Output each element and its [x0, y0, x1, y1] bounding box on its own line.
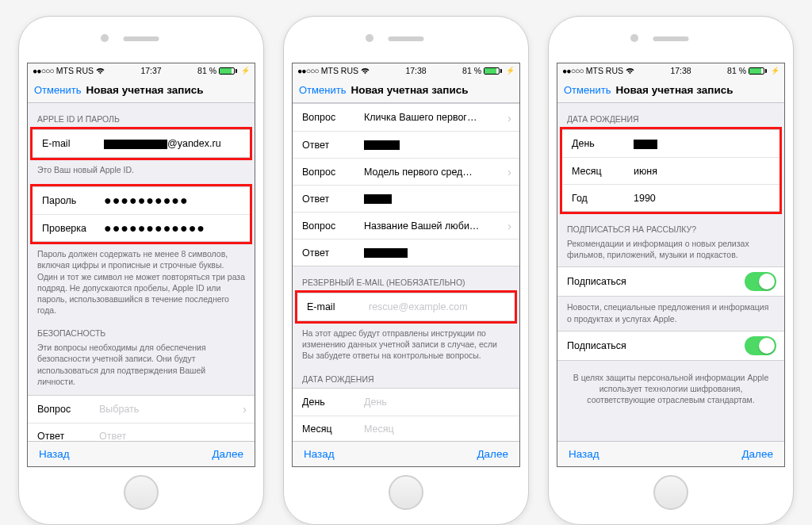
section-header-appleid: APPLE ID И ПАРОЛЬ: [28, 103, 255, 128]
answer1-value: [364, 140, 511, 151]
battery-icon: [219, 67, 237, 75]
page-title: Новая учетная запись: [86, 84, 203, 96]
answer2-row[interactable]: Ответ: [293, 185, 519, 212]
answer3-row[interactable]: Ответ: [293, 239, 519, 266]
next-button[interactable]: Далее: [741, 448, 773, 460]
subscribe-label: Подписаться: [567, 276, 745, 287]
question2-row[interactable]: Вопрос Модель первого сред… ›: [293, 158, 519, 185]
back-button[interactable]: Назад: [39, 448, 70, 460]
backup-email-row[interactable]: E-mail rescue@example.com: [297, 293, 515, 320]
answer-label: Ответ: [302, 194, 364, 205]
year-value: 1990: [634, 193, 772, 204]
battery-icon: [749, 67, 767, 75]
highlight-password: Пароль ●●●●●●●●●● Проверка ●●●●●●●●●●●●: [30, 184, 252, 244]
status-bar: ●●○○○ MTS RUS 17:38 81 % ⚡: [293, 63, 519, 78]
question3-row[interactable]: Вопрос Название Вашей люби… ›: [293, 212, 519, 239]
wifi-icon: [96, 67, 105, 75]
highlight-dob: День Месяц июня Год 1990: [560, 127, 782, 214]
nav-bar: Отменить Новая учетная запись: [557, 78, 784, 103]
backup-email-placeholder: rescue@example.com: [369, 301, 507, 312]
section-header-backup: РЕЗЕРВНЫЙ E-MAIL (НЕОБЯЗАТЕЛЬНО): [293, 266, 519, 291]
subscribe1-row: Подписаться: [557, 267, 784, 296]
clock-label: 17:38: [670, 66, 691, 75]
next-button[interactable]: Далее: [212, 448, 243, 460]
password-label: Пароль: [42, 195, 104, 206]
month-row[interactable]: Месяц Месяц: [293, 416, 519, 441]
chevron-right-icon: ›: [508, 219, 511, 232]
content-scroll[interactable]: Вопрос Кличка Вашего первог… › Ответ Воп…: [293, 103, 519, 441]
cancel-button[interactable]: Отменить: [564, 84, 611, 96]
charging-bolt-icon: ⚡: [241, 67, 250, 75]
footer-privacy: В целях защиты персональной информации A…: [557, 361, 784, 417]
month-label: Месяц: [572, 166, 634, 177]
page-title: Новая учетная запись: [615, 84, 733, 96]
footer-appleid: Это Ваш новый Apple ID.: [28, 159, 255, 177]
day-placeholder: День: [364, 397, 511, 408]
battery-percent-label: 81 %: [462, 66, 481, 75]
answer-row[interactable]: Ответ Ответ: [28, 423, 255, 441]
subscribe1-toggle[interactable]: [745, 272, 776, 291]
chevron-right-icon: ›: [508, 165, 511, 178]
question3-value: Название Вашей люби…: [364, 220, 504, 232]
subscribe-label: Подписаться: [567, 340, 745, 351]
bottom-bar: Назад Далее: [557, 441, 784, 466]
phone-mockup-2: ●●○○○ MTS RUS 17:38 81 % ⚡ Отменить Нова…: [283, 16, 529, 525]
question1-row[interactable]: Вопрос Кличка Вашего первог… ›: [293, 104, 519, 131]
section-header-dob: ДАТА РОЖДЕНИЯ: [557, 103, 784, 128]
footer-sub1: Рекомендации и информация о новых релиза…: [557, 238, 784, 262]
status-bar: ●●○○○ MTS RUS 17:37 81 % ⚡: [28, 63, 255, 78]
day-row[interactable]: День: [562, 130, 779, 157]
email-row[interactable]: E-mail @yandex.ru: [33, 130, 250, 157]
chevron-right-icon: ›: [508, 111, 511, 125]
carrier-label: MTS RUS: [321, 66, 358, 75]
home-button[interactable]: [653, 475, 688, 510]
next-button[interactable]: Далее: [477, 448, 508, 460]
screen: ●●○○○ MTS RUS 17:38 81 % ⚡ Отменить Нова…: [557, 63, 785, 467]
signal-dots-icon: ●●○○○: [562, 66, 584, 75]
highlight-email: E-mail @yandex.ru: [30, 127, 252, 160]
content-scroll[interactable]: APPLE ID И ПАРОЛЬ E-mail @yandex.ru Это …: [28, 103, 255, 441]
answer-label: Ответ: [302, 247, 364, 259]
home-button[interactable]: [124, 475, 159, 510]
battery-icon: [484, 67, 502, 75]
status-bar: ●●○○○ MTS RUS 17:38 81 % ⚡: [557, 63, 784, 78]
answer-label: Ответ: [37, 431, 99, 441]
home-button[interactable]: [389, 475, 423, 510]
day-label: День: [572, 138, 634, 149]
day-row[interactable]: День День: [293, 389, 519, 416]
password-value: ●●●●●●●●●●: [104, 196, 242, 205]
backup-email-label: E-mail: [307, 301, 369, 312]
verify-row[interactable]: Проверка ●●●●●●●●●●●●: [33, 214, 250, 241]
month-label: Месяц: [302, 423, 364, 435]
cancel-button[interactable]: Отменить: [299, 84, 346, 96]
signal-dots-icon: ●●○○○: [297, 66, 319, 75]
day-label: День: [302, 397, 364, 408]
question-placeholder: Выбрать: [99, 404, 239, 415]
back-button[interactable]: Назад: [569, 448, 599, 460]
signal-dots-icon: ●●○○○: [33, 66, 54, 75]
section-header-dob: ДАТА РОЖДЕНИЯ: [293, 363, 519, 388]
question-label: Вопрос: [302, 112, 364, 123]
question-row[interactable]: Вопрос Выбрать ›: [28, 396, 255, 423]
wifi-icon: [361, 67, 370, 75]
screen: ●●○○○ MTS RUS 17:37 81 % ⚡ Отменить Нова…: [27, 63, 255, 467]
screen: ●●○○○ MTS RUS 17:38 81 % ⚡ Отменить Нова…: [292, 63, 520, 467]
password-row[interactable]: Пароль ●●●●●●●●●●: [33, 187, 250, 214]
verify-value: ●●●●●●●●●●●●: [104, 224, 242, 233]
battery-percent-label: 81 %: [727, 66, 746, 75]
question-label: Вопрос: [302, 167, 364, 178]
answer1-row[interactable]: Ответ: [293, 131, 519, 158]
phone-mockup-1: ●●○○○ MTS RUS 17:37 81 % ⚡ Отменить Нова…: [18, 16, 264, 525]
charging-bolt-icon: ⚡: [771, 67, 779, 75]
year-label: Год: [572, 193, 634, 204]
footer-security: Эти вопросы необходимы для обеспечения б…: [28, 342, 255, 389]
back-button[interactable]: Назад: [304, 448, 335, 460]
year-row[interactable]: Год 1990: [562, 184, 779, 211]
content-scroll[interactable]: ДАТА РОЖДЕНИЯ День Месяц июня Год 1990: [557, 103, 784, 441]
subscribe2-toggle[interactable]: [745, 336, 776, 355]
cancel-button[interactable]: Отменить: [34, 84, 81, 96]
wifi-icon: [626, 67, 634, 75]
month-row[interactable]: Месяц июня: [562, 157, 779, 184]
bottom-bar: Назад Далее: [293, 441, 519, 466]
highlight-backup-email: E-mail rescue@example.com: [295, 290, 517, 324]
